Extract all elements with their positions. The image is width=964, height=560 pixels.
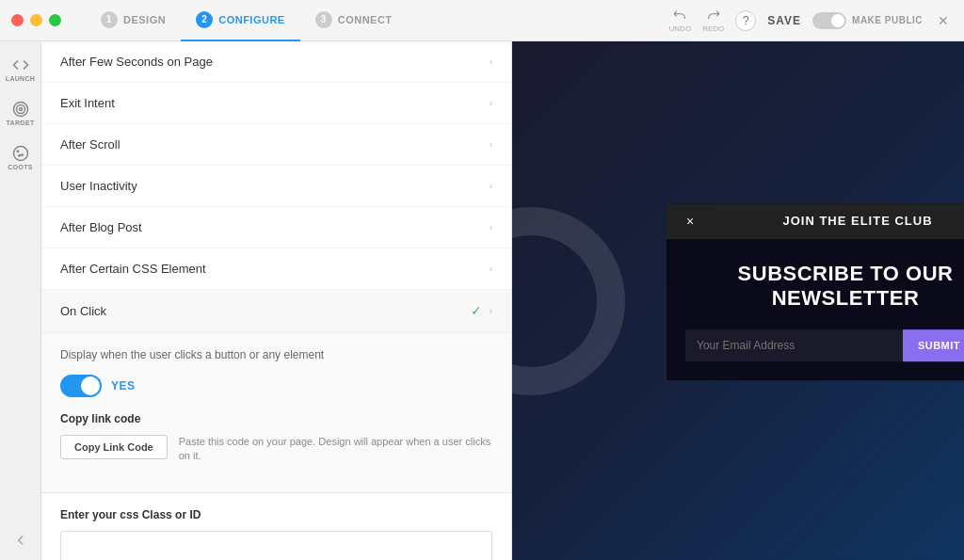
preview-background: × JOIN THE ELITE CLUB SUBSCRIBE TO OUR N… [512,41,964,560]
step-configure[interactable]: 2 CONFIGURE [181,0,300,41]
svg-point-1 [16,105,24,114]
step-connect[interactable]: 3 CONNECT [300,0,408,41]
chevron-icon: › [490,181,492,191]
menu-item-label: User Inactivity [60,179,137,193]
steps-nav: 1 DESIGN 2 CONFIGURE 3 CONNECT [86,0,669,41]
menu-item-label: After Certain CSS Element [60,262,206,276]
toggle-row: YES [60,375,492,397]
toggle-blue-knob [81,376,100,395]
popup-title: SUBSCRIBE TO OUR NEWSLETTER [685,262,964,312]
sidebar: LAUNCH TARGET COOTS [0,41,41,560]
toggle-control[interactable] [812,12,846,29]
copy-link-desc: Paste this code on your page. Design wil… [179,435,492,464]
minimize-window-btn[interactable] [30,14,42,26]
window-controls [11,14,61,26]
chevron-icon: › [490,264,492,274]
popup-email-input[interactable] [685,329,903,361]
chevron-icon: › [490,306,492,316]
popup-form: SUBMIT NOW [685,329,964,361]
menu-item-label: After Scroll [60,137,120,152]
toggle-knob [831,14,844,27]
svg-point-6 [18,155,20,157]
copy-link-button[interactable]: Copy Link Code [60,435,168,459]
help-button[interactable]: ? [735,10,756,31]
active-badge: ✓ [471,303,482,318]
menu-item-scroll[interactable]: After Scroll › [41,124,511,166]
step-design[interactable]: 1 DESIGN [86,0,181,41]
toolbar-right: UNDO REDO ? SAVE MAKE PUBLIC ✕ [669,8,953,33]
on-click-expanded: Display when the user clicks a button or… [41,333,511,493]
css-section: Enter your css Class or ID Enter unique … [41,493,511,560]
undo-label: UNDO [669,24,692,33]
svg-point-5 [21,154,23,156]
svg-point-4 [17,151,19,152]
step-design-num: 1 [101,11,118,28]
svg-point-2 [19,108,22,111]
step-configure-label: CONFIGURE [218,14,285,25]
back-button[interactable] [12,532,29,552]
make-public-label: MAKE PUBLIC [852,15,923,25]
css-label: Enter your css Class or ID [60,508,492,521]
menu-item-seconds[interactable]: After Few Seconds on Page › [41,41,511,83]
launch-icon [12,56,29,73]
step-design-label: DESIGN [123,14,166,25]
redo-button[interactable]: REDO [702,8,724,33]
menu-item-on-click[interactable]: On Click ✓ › [41,290,511,332]
panel-close-button[interactable]: ✕ [934,9,953,32]
copy-link-label: Copy link code [60,412,492,425]
sidebar-launch-label: LAUNCH [6,75,35,82]
preview-panel: × JOIN THE ELITE CLUB SUBSCRIBE TO OUR N… [512,41,964,560]
sidebar-target-label: TARGET [6,120,34,126]
css-input[interactable] [60,531,492,560]
menu-item-label: On Click [60,304,106,318]
menu-item-label: After Few Seconds on Page [60,55,213,69]
menu-item-exit[interactable]: Exit Intent › [41,83,511,124]
cookie-icon [12,145,29,162]
menu-item-css-element[interactable]: After Certain CSS Element › [41,248,511,290]
popup-preview: × JOIN THE ELITE CLUB SUBSCRIBE TO OUR N… [667,203,964,381]
redo-label: REDO [702,24,724,33]
circle-overlay [512,207,625,395]
popup-header: × JOIN THE ELITE CLUB [667,203,964,239]
toggle-yes-label: YES [111,379,136,392]
chevron-icon: › [490,139,492,150]
sidebar-item-target[interactable]: TARGET [0,93,41,134]
config-panel: After Few Seconds on Page › Exit Intent … [41,41,512,560]
menu-item-inactivity[interactable]: User Inactivity › [41,166,511,207]
svg-point-3 [13,147,27,161]
save-button[interactable]: SAVE [767,14,801,27]
step-configure-num: 2 [196,11,213,28]
step-connect-num: 3 [315,11,332,28]
menu-item-label: Exit Intent [60,96,115,110]
chevron-icon: › [490,56,492,67]
chevron-icon: › [490,98,492,108]
popup-close-btn[interactable]: × [682,213,699,230]
close-window-btn[interactable] [11,14,24,26]
target-icon [12,101,29,118]
popup-header-text: JOIN THE ELITE CLUB [706,214,964,228]
menu-item-blog[interactable]: After Blog Post › [41,207,511,248]
on-click-description: Display when the user clicks a button or… [60,348,492,361]
undo-button[interactable]: UNDO [669,8,692,33]
make-public-toggle[interactable]: MAKE PUBLIC [812,12,923,29]
title-bar: 1 DESIGN 2 CONFIGURE 3 CONNECT UNDO REDO… [0,0,964,41]
sidebar-item-cookies[interactable]: COOTS [0,137,41,178]
on-click-toggle[interactable] [60,375,102,397]
sidebar-item-launch[interactable]: LAUNCH [0,49,41,89]
popup-body: SUBSCRIBE TO OUR NEWSLETTER SUBMIT NOW [667,239,964,381]
popup-submit-button[interactable]: SUBMIT NOW [903,329,964,361]
trigger-menu: After Few Seconds on Page › Exit Intent … [41,41,511,333]
sidebar-cookies-label: COOTS [8,164,32,170]
main-layout: LAUNCH TARGET COOTS A [0,41,964,560]
maximize-window-btn[interactable] [49,14,61,26]
menu-item-label: After Blog Post [60,220,142,234]
chevron-icon: › [490,222,492,232]
step-connect-label: CONNECT [338,14,393,25]
